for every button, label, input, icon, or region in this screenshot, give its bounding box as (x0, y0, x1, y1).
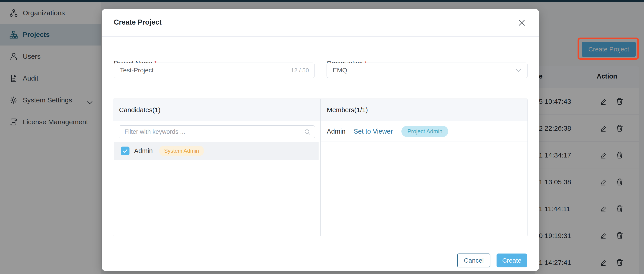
cancel-button[interactable]: Cancel (457, 254, 490, 268)
modal-header: Create Project (102, 9, 539, 37)
candidates-pane: Candidates(1) (113, 99, 321, 236)
app-screen: Organizations Projects Us (0, 0, 644, 274)
create-button[interactable]: Create (496, 254, 527, 268)
filter-field (119, 126, 315, 138)
set-to-viewer-link[interactable]: Set to Viewer (354, 128, 393, 135)
search-icon (304, 128, 311, 136)
role-tag-system-admin: System Admin (159, 146, 204, 156)
member-row-admin: Admin Set to Viewer Project Admin (321, 121, 528, 142)
members-pane: Members(1/1) Admin Set to Viewer Project… (321, 99, 528, 236)
candidate-name: Admin (134, 147, 153, 155)
role-badge-project-admin: Project Admin (402, 126, 448, 137)
modal-title: Create Project (114, 18, 162, 26)
members-header: Members(1/1) (321, 99, 528, 121)
filter-input[interactable] (119, 126, 315, 138)
chevron-down-icon (515, 68, 522, 72)
candidate-row-admin[interactable]: Admin System Admin (114, 142, 318, 160)
checkbox-checked-icon[interactable] (121, 146, 130, 155)
candidates-header: Candidates(1) (113, 99, 320, 121)
project-name-input[interactable] (114, 62, 315, 78)
close-icon[interactable] (518, 19, 526, 27)
organization-select-value: EMQ (333, 67, 347, 74)
member-transfer-panel: Candidates(1) (113, 98, 528, 236)
create-project-modal: Create Project Project Name* 12 / 50 Org… (102, 9, 539, 271)
char-counter: 12 / 50 (291, 67, 309, 74)
organization-select[interactable]: EMQ (326, 62, 528, 78)
member-name: Admin (327, 128, 346, 135)
